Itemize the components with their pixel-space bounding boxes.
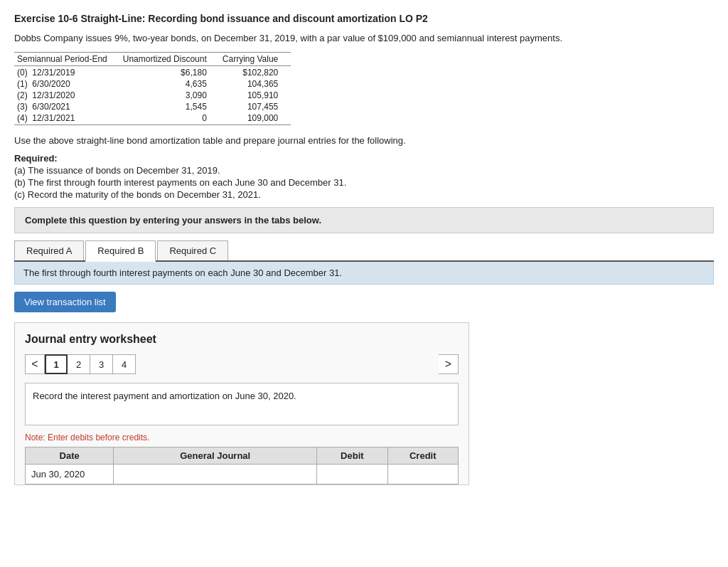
tab-required-b[interactable]: Required B xyxy=(85,240,156,262)
tab-description: The first through fourth interest paymen… xyxy=(14,262,714,285)
journal-table: Date General Journal Debit Credit Jun 30… xyxy=(25,447,459,484)
amort-header-carrying: Carrying Value xyxy=(220,53,291,66)
amort-unamortized: $6,180 xyxy=(120,66,220,79)
table-row: (0) 12/31/2019 $6,180 $102,820 xyxy=(14,66,291,79)
amort-period: (2) 12/31/2020 xyxy=(14,90,120,101)
table-row: Jun 30, 2020 xyxy=(26,465,459,484)
table-row: (4) 12/31/2021 0 109,000 xyxy=(14,112,291,125)
journal-header-date: Date xyxy=(26,447,114,465)
journal-date-cell: Jun 30, 2020 xyxy=(26,465,114,484)
required-section: Required: (a) The issuance of bonds on D… xyxy=(14,153,714,200)
journal-credit-cell[interactable] xyxy=(387,465,458,484)
amort-unamortized: 1,545 xyxy=(120,101,220,112)
required-a: (a) The issuance of bonds on December 31… xyxy=(14,165,714,176)
amort-header-period: Semiannual Period-End xyxy=(14,53,120,66)
amort-unamortized: 4,635 xyxy=(120,78,220,90)
table-row: (2) 12/31/2020 3,090 105,910 xyxy=(14,90,291,101)
journal-header-debit: Debit xyxy=(317,447,387,465)
journal-debit-input[interactable] xyxy=(323,469,381,479)
amort-period: (1) 6/30/2020 xyxy=(14,78,120,90)
prev-page-button[interactable]: < xyxy=(25,354,45,374)
journal-header-credit: Credit xyxy=(387,447,458,465)
journal-worksheet: Journal entry worksheet < 1 2 3 4 > Reco… xyxy=(14,322,469,485)
journal-entry-input[interactable] xyxy=(119,469,311,479)
page-4-button[interactable]: 4 xyxy=(113,354,136,374)
amort-period: (3) 6/30/2021 xyxy=(14,101,120,112)
next-page-button[interactable]: > xyxy=(439,354,459,374)
required-c: (c) Record the maturity of the bonds on … xyxy=(14,189,714,200)
journal-entry-cell[interactable] xyxy=(114,465,317,484)
page-1-button[interactable]: 1 xyxy=(45,354,68,374)
amort-header-unamortized: Unamortized Discount xyxy=(120,53,220,66)
amort-carrying: 105,910 xyxy=(220,90,291,101)
journal-credit-input[interactable] xyxy=(394,469,452,479)
amort-carrying: $102,820 xyxy=(220,66,291,79)
tabs-container: Required A Required B Required C xyxy=(14,240,714,262)
amort-carrying: 104,365 xyxy=(220,78,291,90)
amort-unamortized: 3,090 xyxy=(120,90,220,101)
amort-carrying: 109,000 xyxy=(220,112,291,125)
amort-carrying: 107,455 xyxy=(220,101,291,112)
amort-period: (4) 12/31/2021 xyxy=(14,112,120,125)
note-text: Note: Enter debits before credits. xyxy=(25,433,459,443)
page-2-button[interactable]: 2 xyxy=(68,354,90,374)
pagination: < 1 2 3 4 > xyxy=(25,354,459,374)
amortization-table: Semiannual Period-End Unamortized Discou… xyxy=(14,52,291,125)
table-row: (3) 6/30/2021 1,545 107,455 xyxy=(14,101,291,112)
required-b: (b) The first through fourth interest pa… xyxy=(14,177,714,188)
required-label: Required: xyxy=(14,153,58,164)
tab-required-a[interactable]: Required A xyxy=(14,240,84,260)
record-instruction-box: Record the interest payment and amortiza… xyxy=(25,383,459,425)
amort-unamortized: 0 xyxy=(120,112,220,125)
tab-required-c[interactable]: Required C xyxy=(157,240,228,260)
complete-box: Complete this question by entering your … xyxy=(14,207,714,233)
worksheet-title: Journal entry worksheet xyxy=(25,333,459,346)
section-text: Use the above straight-line bond amortiz… xyxy=(14,135,714,146)
journal-debit-cell[interactable] xyxy=(317,465,387,484)
table-row: (1) 6/30/2020 4,635 104,365 xyxy=(14,78,291,90)
page-3-button[interactable]: 3 xyxy=(90,354,113,374)
intro-text: Dobbs Company issues 9%, two-year bonds,… xyxy=(14,33,714,43)
amort-period: (0) 12/31/2019 xyxy=(14,66,120,79)
page-title: Exercise 10-6 Straight-Line: Recording b… xyxy=(14,13,714,24)
journal-header-general: General Journal xyxy=(114,447,317,465)
view-transaction-list-button[interactable]: View transaction list xyxy=(14,292,116,312)
